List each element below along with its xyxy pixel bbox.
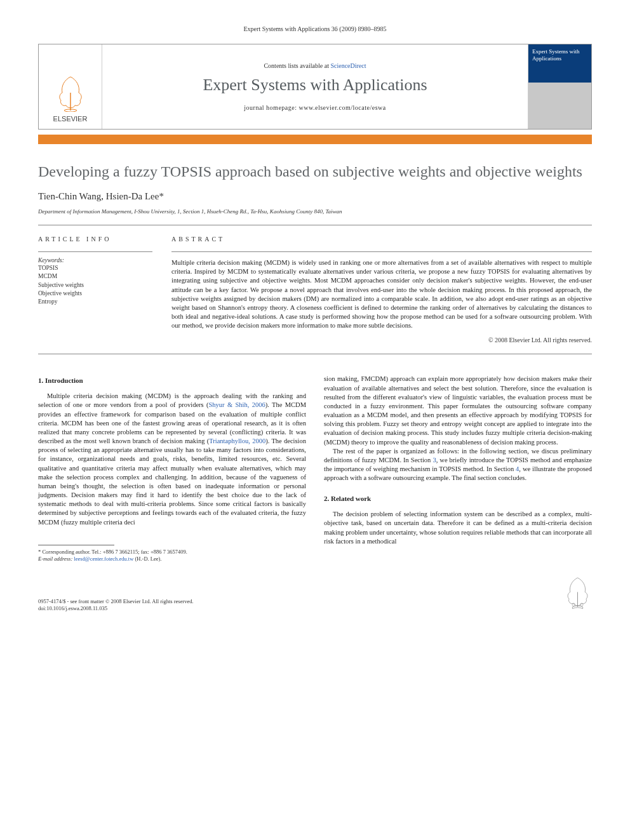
article-title: Developing a fuzzy TOPSIS approach based… <box>38 162 592 181</box>
elsevier-tree-icon <box>55 74 86 112</box>
keyword-item: Entropy <box>38 298 152 306</box>
email-label: E-mail address: <box>38 556 74 562</box>
para-text: ). The decision process of selecting an … <box>38 437 306 526</box>
journal-name: Expert Systems with Applications <box>203 76 427 95</box>
article-info-column: ARTICLE INFO Keywords: TOPSIS MCDM Subje… <box>38 236 152 343</box>
elsevier-tree-icon <box>563 575 592 610</box>
keywords-label: Keywords: <box>38 257 152 263</box>
contents-prefix: Contents lists available at <box>264 62 330 69</box>
banner-center: Contents lists available at ScienceDirec… <box>102 44 528 129</box>
authors-line: Tien-Chin Wang, Hsien-Da Lee* <box>38 191 592 202</box>
page-footer: 0957-4174/$ - see front matter © 2008 El… <box>38 575 592 612</box>
section-1-para-2: The rest of the paper is organized as fo… <box>324 447 592 483</box>
keyword-item: TOPSIS <box>38 264 152 272</box>
body-columns: 1. Introduction Multiple criteria decisi… <box>38 375 592 563</box>
citation-link[interactable]: Triantaphyllou, 2000 <box>209 437 265 444</box>
section-1-para-1-left: Multiple criteria decision making (MCDM)… <box>38 392 306 527</box>
abstract-copyright: © 2008 Elsevier Ltd. All rights reserved… <box>171 337 592 343</box>
journal-homepage: journal homepage: www.elsevier.com/locat… <box>244 104 385 111</box>
cover-title-text: Expert Systems with Applications <box>528 44 591 66</box>
abstract-divider <box>171 251 592 252</box>
footnote-separator <box>38 545 114 545</box>
contents-available-line: Contents lists available at ScienceDirec… <box>264 62 366 69</box>
journal-cover-thumbnail: Expert Systems with Applications <box>528 44 591 129</box>
doi-line: doi:10.1016/j.eswa.2008.11.035 <box>38 605 194 612</box>
keyword-item: MCDM <box>38 272 152 281</box>
sciencedirect-link[interactable]: ScienceDirect <box>330 62 366 69</box>
section-2-heading: 2. Related work <box>324 494 592 503</box>
publisher-label: ELSEVIER <box>53 115 88 123</box>
section-1-para-1-right: sion making, FMCDM) approach can explain… <box>324 375 592 446</box>
corresponding-author-footnote: * Corresponding author. Tel.: +886 7 366… <box>38 549 306 556</box>
left-column: 1. Introduction Multiple criteria decisi… <box>38 375 306 563</box>
journal-banner: ELSEVIER Contents lists available at Sci… <box>38 44 592 130</box>
citation-link[interactable]: Shyur & Shih, 2006 <box>209 401 265 408</box>
right-column: sion making, FMCDM) approach can explain… <box>324 375 592 563</box>
issn-line: 0957-4174/$ - see front matter © 2008 El… <box>38 598 194 605</box>
abstract-text: Multiple criteria decision making (MCDM)… <box>171 258 592 330</box>
affiliation-line: Department of Information Management, I-… <box>38 208 592 215</box>
abstract-column: ABSTRACT Multiple criteria decision maki… <box>171 236 592 343</box>
section-1-heading: 1. Introduction <box>38 376 306 385</box>
email-suffix: (H.-D. Lee). <box>133 556 161 562</box>
section-2-para-1: The decision problem of selecting inform… <box>324 510 592 546</box>
footer-logo <box>563 575 592 612</box>
abstract-heading: ABSTRACT <box>171 236 592 243</box>
info-divider <box>38 251 152 252</box>
email-footnote: E-mail address: leesd@center.fotech.edu.… <box>38 556 306 563</box>
divider-bottom <box>38 354 592 354</box>
footer-left: 0957-4174/$ - see front matter © 2008 El… <box>38 598 194 612</box>
info-abstract-row: ARTICLE INFO Keywords: TOPSIS MCDM Subje… <box>38 225 592 354</box>
orange-divider-bar <box>38 135 592 144</box>
publisher-box: ELSEVIER <box>39 44 102 129</box>
keyword-item: Objective weights <box>38 290 152 298</box>
article-info-heading: ARTICLE INFO <box>38 236 152 243</box>
running-header: Expert Systems with Applications 36 (200… <box>38 25 592 32</box>
email-link[interactable]: leesd@center.fotech.edu.tw <box>74 556 133 562</box>
keyword-item: Subjective weights <box>38 281 152 290</box>
